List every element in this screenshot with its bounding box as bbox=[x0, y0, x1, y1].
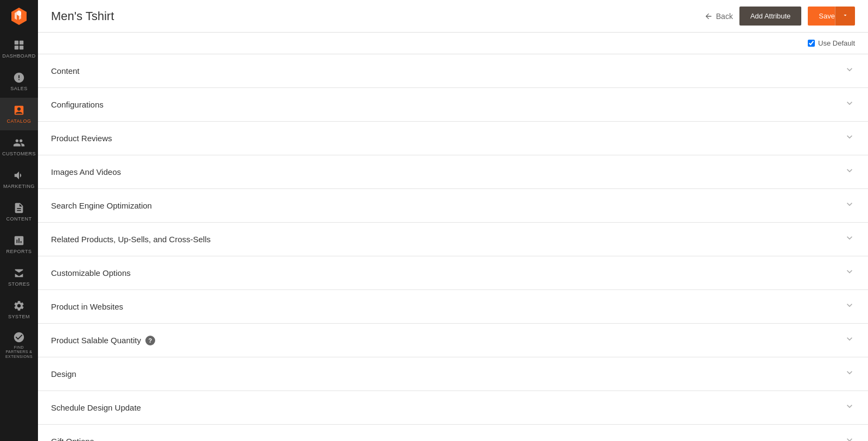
top-strip: Use Default bbox=[38, 33, 868, 54]
chevron-down-icon bbox=[844, 367, 855, 381]
accordion-header-seo[interactable]: Search Engine Optimization bbox=[38, 189, 868, 222]
accordion-title-row-product-salable-quantity: Product Salable Quantity? bbox=[51, 336, 155, 345]
chevron-down-icon bbox=[844, 266, 855, 280]
accordion-item-images-and-videos: Images And Videos bbox=[38, 155, 868, 189]
accordion-item-product-reviews: Product Reviews bbox=[38, 122, 868, 155]
accordion-item-product-in-websites: Product in Websites bbox=[38, 290, 868, 324]
accordion-item-schedule-design-update: Schedule Design Update bbox=[38, 391, 868, 425]
accordion-title-row-images-and-videos: Images And Videos bbox=[51, 167, 121, 177]
sidebar-item-label-partners: FIND PARTNERS & EXTENSIONS bbox=[3, 345, 35, 359]
chevron-down-icon bbox=[844, 131, 855, 145]
svg-rect-3 bbox=[20, 46, 23, 49]
chevron-down-icon bbox=[844, 64, 855, 78]
sidebar-item-system[interactable]: SYSTEM bbox=[0, 293, 38, 326]
chevron-down-icon bbox=[844, 165, 855, 179]
accordion-title-content: Content bbox=[51, 66, 80, 75]
accordion-title-row-product-reviews: Product Reviews bbox=[51, 134, 112, 143]
main-content: Men's Tshirt Back Add Attribute Save Use… bbox=[38, 0, 868, 441]
accordion-header-gift-options[interactable]: Gift Options bbox=[38, 425, 868, 441]
chevron-down-icon bbox=[844, 333, 855, 347]
accordion-list: ContentConfigurationsProduct ReviewsImag… bbox=[38, 54, 868, 441]
sidebar-item-label-stores: STORES bbox=[8, 281, 30, 287]
chevron-down-icon bbox=[844, 300, 855, 313]
sidebar-item-label-customers: CUSTOMERS bbox=[2, 151, 36, 157]
accordion-header-schedule-design-update[interactable]: Schedule Design Update bbox=[38, 391, 868, 424]
sidebar: DASHBOARD SALES CATALOG CUSTOMERS MARKET… bbox=[0, 0, 38, 441]
sidebar-item-reports[interactable]: Reports bbox=[0, 228, 38, 261]
accordion-header-product-reviews[interactable]: Product Reviews bbox=[38, 122, 868, 155]
accordion-title-row-gift-options: Gift Options bbox=[51, 437, 94, 441]
sidebar-item-label-catalog: CATALOG bbox=[7, 118, 31, 124]
save-button-group: Save bbox=[808, 7, 855, 26]
chevron-down-icon bbox=[844, 232, 855, 246]
header-actions: Back Add Attribute Save bbox=[704, 7, 855, 26]
sidebar-item-label-dashboard: DASHBOARD bbox=[2, 53, 36, 59]
sidebar-item-stores[interactable]: STORES bbox=[0, 261, 38, 293]
accordion-item-seo: Search Engine Optimization bbox=[38, 189, 868, 223]
accordion-header-images-and-videos[interactable]: Images And Videos bbox=[38, 155, 868, 188]
accordion-title-row-design: Design bbox=[51, 369, 76, 379]
sidebar-item-sales[interactable]: SALES bbox=[0, 65, 38, 98]
accordion-item-customizable-options: Customizable Options bbox=[38, 256, 868, 290]
accordion-header-product-salable-quantity[interactable]: Product Salable Quantity? bbox=[38, 324, 868, 357]
accordion-header-product-in-websites[interactable]: Product in Websites bbox=[38, 290, 868, 323]
sidebar-item-dashboard[interactable]: DASHBOARD bbox=[0, 33, 38, 65]
save-button[interactable]: Save bbox=[808, 7, 835, 26]
accordion-title-images-and-videos: Images And Videos bbox=[51, 167, 121, 177]
sidebar-item-label-reports: Reports bbox=[7, 249, 32, 255]
accordion-title-product-in-websites: Product in Websites bbox=[51, 302, 123, 311]
sidebar-item-catalog[interactable]: CATALOG bbox=[0, 98, 38, 130]
accordion-title-seo: Search Engine Optimization bbox=[51, 201, 152, 210]
help-icon[interactable]: ? bbox=[145, 336, 155, 345]
sidebar-item-label-content: CONTENT bbox=[7, 216, 32, 222]
accordion-title-row-customizable-options: Customizable Options bbox=[51, 268, 131, 278]
svg-rect-2 bbox=[15, 46, 18, 49]
save-dropdown-button[interactable] bbox=[835, 7, 855, 26]
accordion-title-related-products: Related Products, Up-Sells, and Cross-Se… bbox=[51, 235, 210, 244]
accordion-item-product-salable-quantity: Product Salable Quantity? bbox=[38, 324, 868, 357]
sidebar-item-label-system: SYSTEM bbox=[8, 314, 30, 320]
chevron-down-icon bbox=[844, 434, 855, 441]
accordion-item-content: Content bbox=[38, 54, 868, 88]
accordion-header-related-products[interactable]: Related Products, Up-Sells, and Cross-Se… bbox=[38, 223, 868, 256]
add-attribute-button[interactable]: Add Attribute bbox=[739, 7, 801, 26]
chevron-down-icon bbox=[844, 401, 855, 414]
accordion-item-gift-options: Gift Options bbox=[38, 425, 868, 441]
accordion-title-row-related-products: Related Products, Up-Sells, and Cross-Se… bbox=[51, 235, 210, 244]
accordion-title-customizable-options: Customizable Options bbox=[51, 268, 131, 278]
svg-rect-0 bbox=[15, 40, 18, 44]
accordion-title-row-configurations: Configurations bbox=[51, 100, 104, 109]
sidebar-item-marketing[interactable]: MARKETING bbox=[0, 163, 38, 196]
back-label: Back bbox=[716, 12, 733, 21]
accordion-item-configurations: Configurations bbox=[38, 88, 868, 122]
accordion-title-row-seo: Search Engine Optimization bbox=[51, 201, 152, 210]
accordion-title-schedule-design-update: Schedule Design Update bbox=[51, 403, 141, 412]
accordion-title-configurations: Configurations bbox=[51, 100, 104, 109]
chevron-down-icon bbox=[844, 199, 855, 212]
sidebar-item-partners[interactable]: FIND PARTNERS & EXTENSIONS bbox=[0, 326, 38, 364]
use-default-text: Use Default bbox=[818, 39, 855, 47]
accordion-title-row-schedule-design-update: Schedule Design Update bbox=[51, 403, 141, 412]
accordion-title-product-salable-quantity: Product Salable Quantity bbox=[51, 336, 141, 345]
back-button[interactable]: Back bbox=[704, 12, 733, 21]
accordion-header-content[interactable]: Content bbox=[38, 54, 868, 87]
sidebar-logo bbox=[0, 0, 38, 33]
accordion-title-row-content: Content bbox=[51, 66, 80, 75]
sidebar-item-content[interactable]: CONTENT bbox=[0, 196, 38, 228]
accordion-title-gift-options: Gift Options bbox=[51, 437, 94, 441]
accordion-header-configurations[interactable]: Configurations bbox=[38, 88, 868, 121]
accordion-item-design: Design bbox=[38, 357, 868, 391]
chevron-down-icon bbox=[844, 98, 855, 111]
use-default-label[interactable]: Use Default bbox=[808, 39, 855, 47]
page-title: Men's Tshirt bbox=[51, 9, 114, 23]
accordion-header-design[interactable]: Design bbox=[38, 357, 868, 390]
accordion-title-product-reviews: Product Reviews bbox=[51, 134, 112, 143]
content-area: Use Default ContentConfigurationsProduct… bbox=[38, 33, 868, 441]
sidebar-item-label-marketing: MARKETING bbox=[3, 184, 35, 190]
accordion-title-design: Design bbox=[51, 369, 76, 379]
accordion-header-customizable-options[interactable]: Customizable Options bbox=[38, 256, 868, 289]
use-default-checkbox[interactable] bbox=[808, 40, 815, 47]
accordion-title-row-product-in-websites: Product in Websites bbox=[51, 302, 123, 311]
sidebar-item-customers[interactable]: CUSTOMERS bbox=[0, 130, 38, 163]
accordion-item-related-products: Related Products, Up-Sells, and Cross-Se… bbox=[38, 223, 868, 256]
